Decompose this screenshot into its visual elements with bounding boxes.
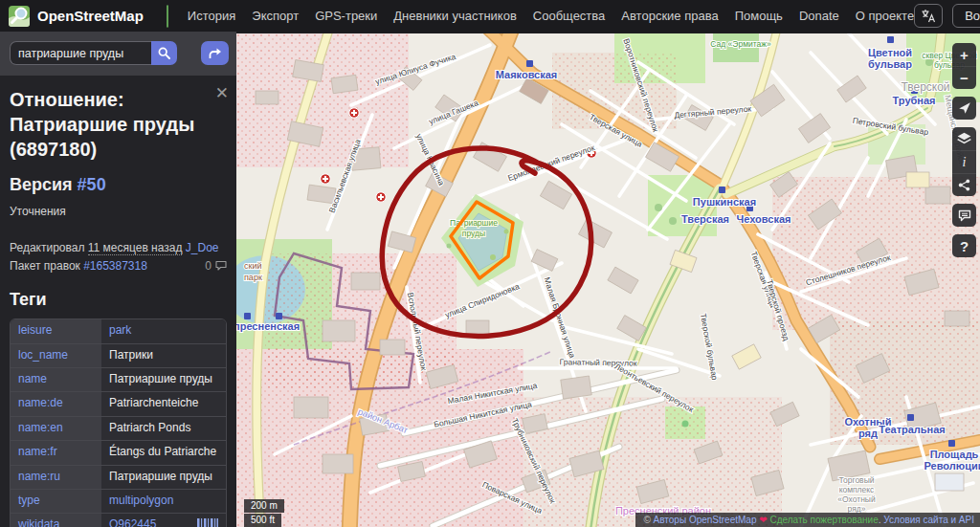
- tag-value: Étangs du Patriarche: [101, 441, 226, 464]
- map-controls: + − i: [952, 43, 976, 257]
- nav-item-copyright[interactable]: Авторские права: [621, 9, 718, 23]
- nav-item-gps-traces[interactable]: GPS-треки: [315, 9, 377, 23]
- tag-value: Patriarchenteiche: [101, 392, 226, 415]
- search-bar: [0, 32, 236, 76]
- search-input[interactable]: [10, 41, 151, 65]
- tag-value-link[interactable]: park: [109, 322, 131, 339]
- edit-button[interactable]: Правка ▼: [167, 5, 168, 28]
- nav-menu: История Экспорт GPS-треки Дневники участ…: [188, 9, 914, 23]
- tags-table: leisure park loc_name Патрики name Патри…: [10, 318, 227, 527]
- svg-text:Тверская: Тверская: [681, 213, 729, 225]
- help-button[interactable]: ?: [952, 234, 976, 257]
- edit-button-label[interactable]: Правка: [167, 6, 168, 27]
- table-row: leisure park: [11, 319, 226, 343]
- nav-item-communities[interactable]: Сообщества: [533, 9, 606, 23]
- feature-panel: ✕ Отношение: Патриаршие пруды (6897180) …: [0, 76, 236, 527]
- search-button[interactable]: [151, 41, 177, 65]
- table-row: name:fr Étangs du Patriarche: [11, 441, 226, 465]
- changeset-label: Пакет правок: [10, 257, 80, 275]
- tags-heading: Теги: [10, 290, 227, 310]
- svg-text:Маяковская: Маяковская: [496, 69, 558, 80]
- language-button[interactable]: [914, 4, 943, 28]
- heart-icon: ❤: [759, 515, 767, 525]
- osm-authors-link[interactable]: Авторы OpenStreetMap: [654, 515, 757, 525]
- share-button[interactable]: [952, 173, 976, 196]
- subtitle: Уточнения: [10, 205, 227, 218]
- edited-user-link[interactable]: J_Doe: [186, 241, 219, 254]
- svg-text:Торговый: Торговый: [839, 475, 875, 485]
- donate-link[interactable]: Сделать пожертвование: [769, 515, 878, 525]
- svg-text:парк: парк: [244, 273, 262, 282]
- nav-item-about[interactable]: О проекте: [856, 9, 914, 23]
- edited-time: 11 месяцев назад: [88, 241, 183, 255]
- edited-line: Редактировал 11 месяцев назад J_Doe: [10, 239, 227, 257]
- search-icon: [158, 47, 170, 59]
- close-icon[interactable]: ✕: [215, 85, 229, 101]
- svg-text:комплекс: комплекс: [839, 485, 875, 494]
- svg-text:Краснопресненская: Краснопресненская: [236, 320, 300, 332]
- svg-text:Чеховская: Чеховская: [737, 213, 791, 225]
- auth-buttons: Войти Зарегистрироваться: [952, 4, 980, 28]
- version-heading: Версия #50: [10, 175, 227, 195]
- svg-text:Революции: Революции: [924, 460, 980, 472]
- locate-me-button[interactable]: [952, 97, 976, 120]
- zoom-in-button[interactable]: +: [952, 43, 976, 66]
- tag-value-link[interactable]: Q962445: [109, 516, 156, 527]
- directions-button[interactable]: [201, 41, 229, 65]
- comment-bubble-icon: [215, 260, 227, 271]
- wikidata-icon: [197, 518, 218, 527]
- terms-link[interactable]: Условия сайта и API: [883, 515, 974, 525]
- tag-value: Патриаршие пруды: [101, 466, 226, 489]
- svg-text:ряд: ряд: [858, 428, 878, 439]
- scale-bar-metric: 200 m: [244, 499, 284, 513]
- edited-prefix: Редактировал: [10, 241, 84, 254]
- changeset-line: Пакет правок #165387318 0: [10, 257, 227, 275]
- tag-key-link[interactable]: name:en: [18, 421, 63, 434]
- tag-key-link[interactable]: name:de: [18, 396, 63, 409]
- page-title: Отношение: Патриаршие пруды (6897180): [10, 87, 215, 162]
- svg-text:Пушкинская: Пушкинская: [693, 196, 756, 208]
- svg-text:Сад «Эрмитаж»: Сад «Эрмитаж»: [710, 39, 771, 49]
- map-canvas: Маяковская Пушкинская Тверская Чеховская…: [236, 33, 980, 527]
- map-viewport[interactable]: Маяковская Пушкинская Тверская Чеховская…: [236, 33, 980, 527]
- brand-name: OpenStreetMap: [37, 8, 144, 24]
- top-navigation: OpenStreetMap Правка ▼ История Экспорт G…: [0, 0, 980, 32]
- map-key-button[interactable]: i: [952, 150, 976, 173]
- nav-item-donate[interactable]: Donate: [799, 9, 839, 23]
- tag-key-link[interactable]: name:ru: [18, 470, 60, 483]
- tag-key-link[interactable]: loc_name: [18, 348, 68, 362]
- directions-icon: [208, 47, 222, 59]
- login-button[interactable]: Войти: [953, 5, 980, 27]
- layers-button[interactable]: [952, 127, 976, 150]
- table-row: name:ru Патриаршие пруды: [11, 466, 226, 490]
- svg-text:ский: ский: [244, 261, 262, 271]
- add-note-button[interactable]: [952, 204, 976, 227]
- changeset-id-link[interactable]: #165387318: [83, 257, 147, 275]
- nav-item-help[interactable]: Помощь: [735, 9, 783, 23]
- tag-value: Патрики: [101, 344, 226, 367]
- nav-item-history[interactable]: История: [188, 9, 235, 23]
- nav-item-diaries[interactable]: Дневники участников: [393, 9, 517, 23]
- openstreetmap-logo-icon: [8, 5, 31, 28]
- tag-key-link[interactable]: wikidata: [18, 517, 59, 527]
- svg-text:Цветной: Цветной: [868, 47, 912, 58]
- svg-text:Тверской: Тверской: [901, 80, 949, 94]
- tag-key-link[interactable]: name:fr: [18, 445, 57, 458]
- version-number-link[interactable]: #50: [78, 175, 106, 194]
- svg-text:бульвар: бульвар: [868, 58, 912, 70]
- sidebar: ✕ Отношение: Патриаршие пруды (6897180) …: [0, 32, 236, 527]
- tag-value-link[interactable]: multipolygon: [109, 493, 173, 509]
- table-row: type multipolygon: [11, 490, 226, 514]
- zoom-out-button[interactable]: −: [952, 66, 976, 89]
- table-row: name:en Patriarch Ponds: [11, 417, 226, 441]
- table-row: loc_name Патрики: [11, 344, 226, 368]
- osm-logo[interactable]: OpenStreetMap: [0, 5, 153, 28]
- svg-text:«Охотный: «Охотный: [837, 494, 876, 504]
- nav-item-export[interactable]: Экспорт: [252, 9, 299, 23]
- tag-key-link[interactable]: name: [18, 372, 47, 385]
- tag-key-link[interactable]: type: [18, 494, 40, 507]
- layers-icon: [957, 132, 971, 145]
- tag-key-link[interactable]: leisure: [18, 323, 52, 337]
- svg-text:Театральная: Театральная: [879, 424, 946, 435]
- note-bubble-icon: [958, 209, 971, 222]
